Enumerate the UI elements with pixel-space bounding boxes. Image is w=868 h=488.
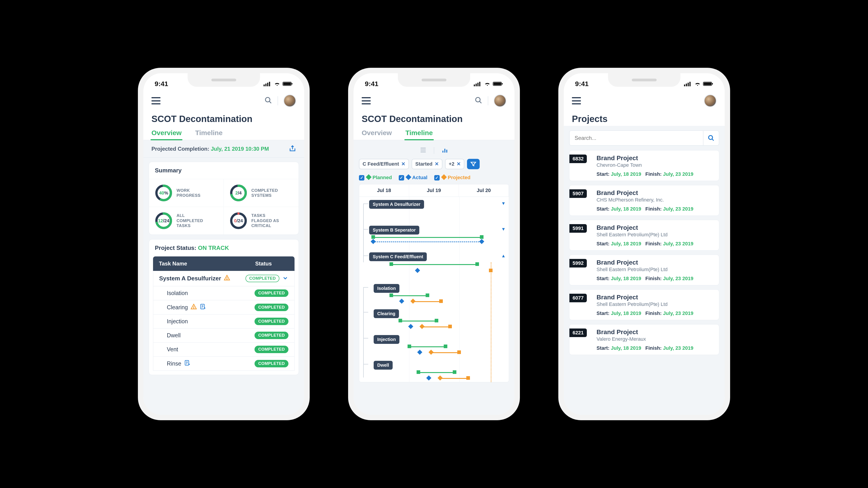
screen: 9:41 SCOT Decontamination Overview Timel…	[353, 73, 515, 415]
phone-overview: 9:41 SCOT Decontamination Overview Timel…	[138, 68, 310, 420]
svg-rect-3	[269, 82, 270, 86]
legend-projected[interactable]: Projected	[434, 175, 470, 181]
gantt-system[interactable]: System A Desulfurizer	[369, 200, 424, 209]
filter-chip[interactable]: Started✕	[412, 159, 442, 169]
chevron-down-icon[interactable]	[279, 275, 288, 282]
project-name: Brand Project	[596, 189, 714, 197]
gantt-task[interactable]: Injection	[374, 335, 399, 344]
svg-rect-23	[474, 85, 475, 86]
tab-timeline[interactable]: Timeline	[405, 126, 433, 140]
gantt-task[interactable]: Dwell	[374, 361, 393, 369]
svg-rect-29	[502, 83, 503, 85]
menu-icon[interactable]	[572, 97, 581, 104]
svg-point-45	[709, 135, 713, 140]
svg-line-46	[712, 139, 714, 141]
warning-icon	[224, 274, 230, 283]
menu-icon[interactable]	[151, 97, 160, 104]
project-card[interactable]: 5907 Brand Project CHS McPherson Refiner…	[569, 185, 719, 216]
progress-ring: 2/4	[230, 184, 247, 202]
task-row[interactable]: Vent COMPLETED	[153, 343, 294, 357]
status-badge: COMPLETED	[254, 289, 288, 297]
gantt-system[interactable]: System C Feed/Effluent	[369, 252, 427, 261]
project-client: Valero Energy-Meraux	[596, 336, 714, 342]
close-icon[interactable]: ✕	[457, 161, 461, 167]
svg-point-30	[475, 97, 480, 102]
project-list[interactable]: 6832 Brand Project Chevron-Cape Town Sta…	[564, 150, 725, 355]
svg-rect-44	[712, 83, 713, 85]
project-status: Project Status: ON TRACK	[149, 239, 299, 256]
svg-rect-43	[704, 83, 711, 85]
close-icon[interactable]: ✕	[435, 161, 439, 167]
search-button[interactable]	[703, 131, 719, 145]
share-icon[interactable]	[289, 145, 296, 153]
status-icons	[264, 81, 293, 86]
project-client: CHS McPherson Refinery, Inc.	[596, 197, 714, 203]
metric-label: TASKSFLAGGED ASCRITICAL	[251, 213, 279, 228]
gantt-task[interactable]: Clearing	[374, 309, 399, 318]
status-badge: COMPLETED	[254, 332, 288, 339]
metric-label: ALLCOMPLETEDTASKS	[177, 213, 203, 228]
system-row[interactable]: System A Desulfurizer COMPLETED	[153, 271, 294, 286]
task-row[interactable]: Clearing COMPLETED	[153, 300, 294, 315]
filter-chip[interactable]: +2✕	[445, 159, 464, 169]
progress-ring: 12/24	[155, 212, 173, 230]
filter-button[interactable]	[467, 159, 480, 169]
task-row[interactable]: Injection COMPLETED	[153, 315, 294, 328]
project-card[interactable]: 5992 Brand Project Shell Eastern Petroli…	[569, 255, 719, 285]
project-card[interactable]: 6077 Brand Project Shell Eastern Petroli…	[569, 289, 719, 320]
page-title: Projects	[564, 110, 725, 126]
task-row[interactable]: Isolation COMPLETED	[153, 286, 294, 300]
project-card[interactable]: 6221 Brand Project Valero Energy-Meraux …	[569, 324, 719, 355]
clock: 9:41	[155, 80, 168, 88]
date-cell: Jul 19	[409, 184, 459, 197]
avatar[interactable]	[494, 94, 506, 107]
svg-rect-6	[291, 83, 292, 85]
project-name: Brand Project	[596, 259, 714, 266]
svg-line-8	[269, 101, 271, 103]
gantt-body[interactable]: System A Desulfurizer▼System B Seperator…	[359, 197, 509, 382]
project-id: 5907	[569, 189, 587, 198]
tab-overview[interactable]: Overview	[362, 126, 392, 140]
menu-icon[interactable]	[362, 97, 371, 104]
project-name: Brand Project	[596, 294, 714, 301]
tab-timeline[interactable]: Timeline	[195, 126, 222, 140]
col-task: Task Name	[153, 256, 249, 271]
avatar[interactable]	[704, 94, 717, 107]
close-icon[interactable]: ✕	[401, 161, 405, 167]
avatar[interactable]	[283, 94, 296, 107]
app-header	[564, 90, 725, 110]
tab-overview[interactable]: Overview	[151, 126, 182, 140]
project-card[interactable]: 6832 Brand Project Chevron-Cape Town Sta…	[569, 150, 719, 181]
task-row[interactable]: Rinse COMPLETED	[153, 357, 294, 371]
legend-actual[interactable]: Actual	[399, 175, 428, 181]
projected-bar: Projected Completion: July, 21 2019 10:3…	[143, 140, 304, 158]
project-id: 5992	[569, 259, 587, 267]
wifi-icon	[694, 81, 701, 86]
wifi-icon	[484, 81, 491, 86]
filter-chip[interactable]: C Feed/Effluent✕	[359, 159, 409, 169]
svg-rect-25	[477, 83, 478, 86]
legend-planned[interactable]: Planned	[359, 175, 392, 181]
search-icon[interactable]	[265, 96, 272, 105]
metric-label: WORKPROGRESS	[177, 188, 200, 198]
phone-timeline: 9:41 SCOT Decontamination Overview Timel…	[348, 68, 520, 420]
search-input[interactable]	[569, 131, 703, 145]
notch	[608, 73, 680, 87]
project-dates: Start: July, 18 2019 Finish: July, 23 20…	[596, 275, 714, 282]
task-row[interactable]: Dwell COMPLETED	[153, 328, 294, 343]
status-badge: COMPLETED	[254, 304, 288, 311]
chart-view-icon[interactable]	[441, 146, 449, 155]
project-card[interactable]: 5991 Brand Project Shell Eastern Petroli…	[569, 220, 719, 251]
svg-line-31	[479, 101, 482, 103]
list-view-icon[interactable]	[419, 146, 427, 155]
project-dates: Start: July, 18 2019 Finish: July, 23 20…	[596, 311, 714, 316]
gantt-system[interactable]: System B Seperator	[369, 226, 419, 234]
clock: 9:41	[575, 80, 589, 88]
gantt-task[interactable]: Isolation	[374, 284, 399, 293]
date-cell: Jul 20	[459, 184, 509, 197]
signal-icon	[474, 81, 482, 86]
gantt-chart[interactable]: Jul 18Jul 19Jul 20 System A Desulfurizer…	[359, 184, 509, 382]
search-icon[interactable]	[475, 96, 483, 105]
project-client: Shell Eastern Petrolium(Pte) Ltd	[596, 232, 714, 238]
note-icon	[184, 360, 190, 367]
